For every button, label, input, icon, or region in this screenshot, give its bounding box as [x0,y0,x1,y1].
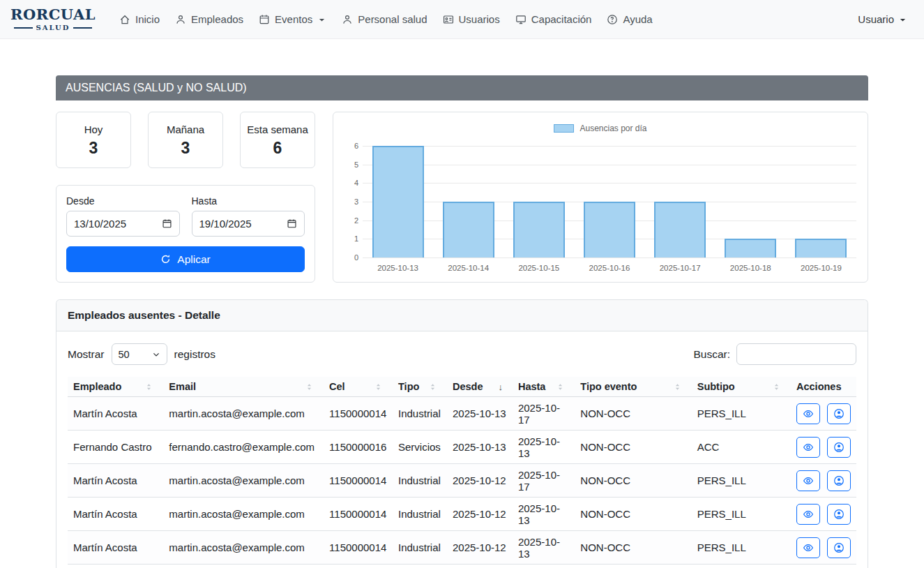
person-circle-icon [833,475,845,486]
cell-email: fernando.castro@example.com [163,431,324,464]
date-filter-card: Desde 13/10/2025 Hasta 19/10/2025 [56,185,315,283]
column-header-inner: Cel [329,381,383,392]
column-label: Tipo evento [580,381,637,392]
employee-button[interactable] [827,403,851,424]
top-row: Hoy3Mañana3Esta semana6 Desde 13/10/2025… [56,112,868,283]
brand-name: RORCUAL [10,7,96,22]
nav-item-label: Inicio [135,13,160,25]
sort-icon [428,382,437,391]
cell-desde: 2025-10-12 [447,464,513,498]
page-length-select[interactable]: 50 [112,343,167,365]
stat-card-esta-semana: Esta semana6 [240,112,315,168]
chart-legend[interactable]: Ausencias por día [343,124,858,133]
view-button[interactable] [796,403,820,424]
cell-subtipo: PERS_ILL [692,531,791,565]
employee-button[interactable] [827,437,851,458]
nav-item-empleados[interactable]: Empleados [167,8,251,31]
nav-item-usuarios[interactable]: Usuarios [435,8,508,31]
user-menu[interactable]: Usuario [858,13,907,25]
main-content: AUSENCIAS (SALUD y NO SALUD) Hoy3Mañana3… [56,75,868,568]
cell-empleado: Martín Acosta [68,464,163,498]
nav-item-label: Capacitación [531,13,592,25]
table-body: Martín Acostamartin.acosta@example.com11… [68,397,856,568]
table-row: Martín Acostamartin.acosta@example.com11… [68,464,856,498]
column-header-desde[interactable]: Desde↓ [447,377,513,397]
cell-cel: 1150000014 [324,531,393,565]
x-axis-label: 2025-10-18 [715,264,786,272]
employee-button[interactable] [827,537,851,558]
nav-item-ayuda[interactable]: Ayuda [599,8,660,31]
date-from-input[interactable]: 13/10/2025 [66,211,180,237]
person-icon [175,14,186,25]
column-header-tipo[interactable]: Tipo [393,377,447,397]
brand-line-left [14,27,33,29]
nav-item-label: Empleados [191,13,243,25]
chart-body: 0123456 2025-10-132025-10-142025-10-1520… [363,146,856,272]
person-circle-icon [833,509,845,520]
view-button[interactable] [796,504,820,525]
column-header-email[interactable]: Email [163,377,324,397]
cell-acciones [791,431,856,464]
date-to-input[interactable]: 19/10/2025 [192,211,305,237]
table-row: Martín Acostamartin.acosta@example.com11… [68,498,856,531]
cell-tipo: Industrial [393,464,447,498]
column-header-inner: Acciones [796,381,847,392]
calendar-icon[interactable] [287,218,297,229]
sort-icon [556,382,565,391]
y-axis-tick: 3 [343,198,358,206]
cell-tipo-evento [575,565,691,568]
employee-button[interactable] [827,504,851,525]
calendar-icon[interactable] [162,218,172,229]
cell-empleado: Martín Acosta [68,498,163,531]
search-input[interactable] [736,343,856,365]
view-button[interactable] [796,537,820,558]
column-header-tipo-evento[interactable]: Tipo evento [575,377,691,397]
column-header-cel[interactable]: Cel [324,377,393,397]
employee-button[interactable] [827,470,851,491]
nav-item-capacitacion[interactable]: Capacitación [508,8,600,31]
nav-item-eventos[interactable]: Eventos [251,8,334,31]
legend-label: Ausencias por día [580,124,646,133]
cell-hasta: 2025-10-13 [513,498,575,531]
view-button[interactable] [796,470,820,491]
date-to-field: Hasta 19/10/2025 [192,195,305,237]
column-header-empleado[interactable]: Empleado [68,377,163,397]
cell-subtipo [692,565,791,568]
column-label: Acciones [796,381,841,392]
view-button[interactable] [796,437,820,458]
bar-slot [786,146,856,257]
table-row [68,565,856,568]
cell-subtipo: PERS_ILL [692,464,791,498]
apply-button[interactable]: Aplicar [66,246,305,272]
brand-sub-row: SALUD [14,24,92,31]
column-header-hasta[interactable]: Hasta [513,377,575,397]
stat-card-hoy: Hoy3 [56,112,131,168]
brand-logo[interactable]: RORCUAL SALUD [14,7,92,31]
table-controls: Mostrar 50 registros Buscar: [68,343,856,365]
y-axis-tick: 5 [343,160,358,168]
column-header-subtipo[interactable]: Subtipo [692,377,791,397]
question-circle-icon [607,14,618,25]
x-axis-label: 2025-10-17 [645,264,715,272]
nav-item-personal-salud[interactable]: Personal salud [334,8,434,31]
bar [513,202,565,257]
nav-item-inicio[interactable]: Inicio [112,8,167,31]
cell-acciones [791,565,856,568]
records-label: registros [174,348,215,361]
user-menu-label: Usuario [858,13,894,25]
left-column: Hoy3Mañana3Esta semana6 Desde 13/10/2025… [56,112,315,283]
y-axis-tick: 0 [343,254,358,262]
cell-empleado: Martín Acosta [68,397,163,431]
cell-cel [324,565,393,568]
cell-tipo: Industrial [393,397,447,431]
sort-desc-icon: ↓ [498,382,503,392]
x-labels: 2025-10-132025-10-142025-10-152025-10-16… [363,264,856,272]
actions-cell [796,531,851,564]
actions-cell [796,464,851,497]
cell-desde: 2025-10-13 [447,431,513,464]
caret-down-icon [317,15,326,24]
actions-cell [796,397,851,430]
bar-slot [715,146,786,257]
absences-chart-card: Ausencias por día 0123456 2025-10-132025… [333,112,868,283]
navbar: RORCUAL SALUD InicioEmpleadosEventosPers… [0,0,924,39]
